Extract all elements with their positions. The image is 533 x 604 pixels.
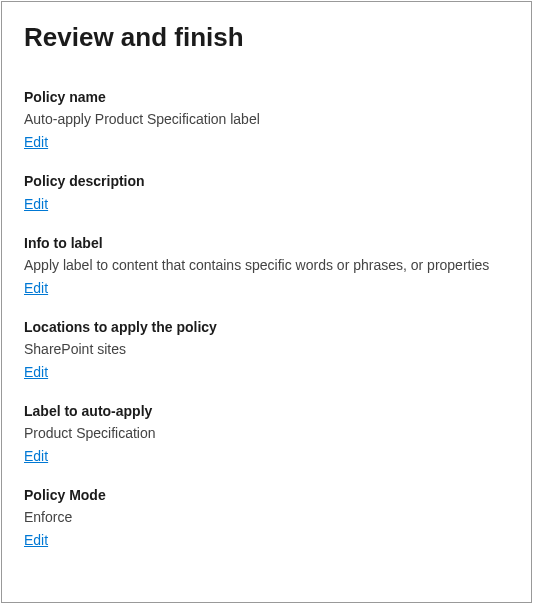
section-value-policy-name: Auto-apply Product Specification label bbox=[24, 111, 509, 127]
section-value-locations: SharePoint sites bbox=[24, 341, 509, 357]
edit-link-info-to-label[interactable]: Edit bbox=[24, 280, 48, 296]
section-value-info-to-label: Apply label to content that contains spe… bbox=[24, 257, 509, 273]
section-value-policy-mode: Enforce bbox=[24, 509, 509, 525]
page-title: Review and finish bbox=[24, 22, 509, 53]
section-policy-name: Policy name Auto-apply Product Specifica… bbox=[24, 89, 509, 151]
review-panel: Review and finish Policy name Auto-apply… bbox=[1, 1, 532, 603]
section-policy-description: Policy description Edit bbox=[24, 173, 509, 213]
section-value-label-to-apply: Product Specification bbox=[24, 425, 509, 441]
section-label-locations: Locations to apply the policy bbox=[24, 319, 509, 335]
section-locations: Locations to apply the policy SharePoint… bbox=[24, 319, 509, 381]
section-label-policy-description: Policy description bbox=[24, 173, 509, 189]
section-label-policy-mode: Policy Mode bbox=[24, 487, 509, 503]
edit-link-locations[interactable]: Edit bbox=[24, 364, 48, 380]
section-label-to-apply: Label to auto-apply Product Specificatio… bbox=[24, 403, 509, 465]
section-label-label-to-apply: Label to auto-apply bbox=[24, 403, 509, 419]
section-info-to-label: Info to label Apply label to content tha… bbox=[24, 235, 509, 297]
edit-link-policy-mode[interactable]: Edit bbox=[24, 532, 48, 548]
edit-link-label-to-apply[interactable]: Edit bbox=[24, 448, 48, 464]
section-label-policy-name: Policy name bbox=[24, 89, 509, 105]
section-policy-mode: Policy Mode Enforce Edit bbox=[24, 487, 509, 549]
edit-link-policy-name[interactable]: Edit bbox=[24, 134, 48, 150]
edit-link-policy-description[interactable]: Edit bbox=[24, 196, 48, 212]
section-label-info-to-label: Info to label bbox=[24, 235, 509, 251]
